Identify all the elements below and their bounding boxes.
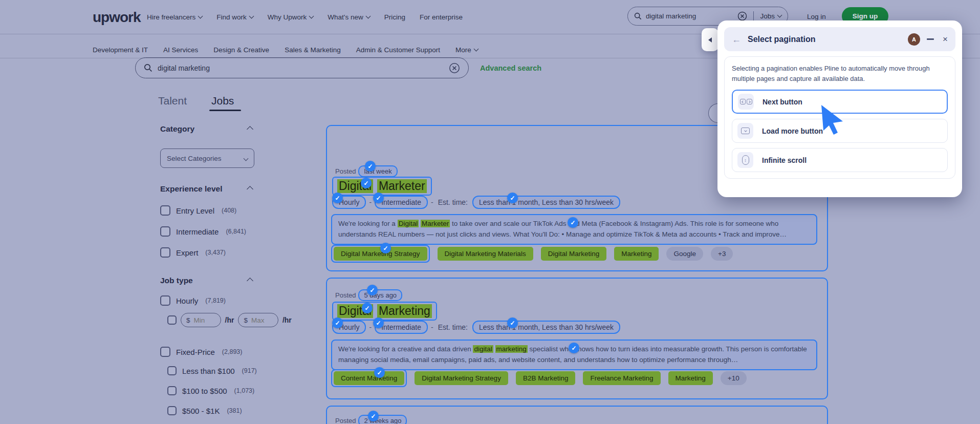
login-link[interactable]: Log in [807,13,826,20]
selected-check-icon [373,193,384,203]
panel-collapse-tab[interactable] [702,28,718,51]
active-tab-underline [209,110,241,111]
checkbox[interactable] [160,226,170,237]
jobs-search-input[interactable] [158,64,403,72]
checkbox[interactable] [167,406,177,415]
nav-ai-services[interactable]: AI Services [163,46,198,54]
posted-date-pill[interactable]: 2 weeks ago [358,415,407,424]
upwork-logo[interactable]: upwork [93,9,141,26]
tab-talent[interactable]: Talent [158,95,187,107]
nav-for-enterprise[interactable]: For enterprise [420,13,463,21]
duration-pill[interactable]: Less than 1 month, Less than 30 hrs/week [472,321,620,334]
filter-option-100-500: $100 to $500 (1,073) [167,386,254,395]
cursor-pointer-icon [819,104,846,138]
option-infinite-scroll[interactable]: ↕ Infinite scroll [732,148,948,172]
checkbox[interactable] [160,347,170,357]
job-tag[interactable]: B2B Marketing [516,371,576,385]
search-scope-dropdown[interactable]: Jobs [760,12,781,20]
job-title[interactable]: Digital Marketer [332,177,432,196]
checkbox[interactable] [167,366,177,375]
selected-check-icon [374,367,385,378]
job-tags-row: Content Marketing Digital Marketing Stra… [331,369,747,387]
selected-check-icon [365,161,376,172]
selected-check-icon [507,193,518,203]
filter-option-hourly: Hourly (7,819) [160,295,226,306]
currency-symbol: $ [244,316,248,324]
job-tag[interactable]: +10 [721,371,747,385]
filter-option-less-100: Less than $100 (917) [167,366,257,375]
infinite-scroll-icon: ↕ [737,152,753,168]
chevron-down-icon [473,46,478,51]
advanced-search-link[interactable]: Advanced search [480,64,541,72]
nav-whats-new[interactable]: What's new [328,13,369,21]
checkbox[interactable] [160,295,170,306]
job-tag[interactable]: Digital Marketing Strategy [415,371,508,385]
filter-category-heading[interactable]: Category [160,124,252,134]
next-button-icon [738,94,754,110]
posted-date-pill[interactable]: last week [358,165,397,177]
checkbox[interactable] [167,315,177,325]
selected-check-icon [507,317,518,328]
selected-tag-wrapper[interactable]: Content Marketing [331,369,407,387]
job-tag[interactable]: Digital Marketing [541,247,607,261]
nav-more[interactable]: More [455,46,478,54]
selected-check-icon [332,317,343,328]
collapse-left-icon [708,37,712,43]
job-tag[interactable]: Freelance Marketing [583,371,660,385]
job-tag[interactable]: Marketing [668,371,713,385]
duration-pill[interactable]: Less than 1 month, Less than 30 hrs/week [472,196,620,209]
min-rate-field[interactable]: $ [181,313,221,327]
nav-find-work[interactable]: Find work [216,13,253,21]
clear-search-icon[interactable] [449,62,460,74]
search-divider [753,11,754,22]
minimize-icon[interactable] [927,38,934,40]
chevron-down-icon [198,14,203,19]
checkbox[interactable] [167,386,177,395]
avatar[interactable]: A [908,33,920,46]
clear-search-icon[interactable] [737,11,747,21]
selected-check-icon [380,243,391,253]
main-nav: Hire freelancers Find work Why Upwork Wh… [147,0,463,34]
max-rate-field[interactable]: $ [238,313,278,327]
nav-sales-marketing[interactable]: Sales & Marketing [285,46,341,54]
nav-admin-support[interactable]: Admin & Customer Support [356,46,440,54]
nav-design-creative[interactable]: Design & Creative [213,46,269,54]
job-tag[interactable]: Marketing [614,247,659,261]
jobs-search-bar[interactable] [135,57,469,78]
filter-option-intermediate: Intermediate (6,841) [160,226,246,237]
close-icon[interactable]: × [943,35,948,44]
max-rate-input[interactable] [251,316,273,324]
filter-experience-heading[interactable]: Experience level [160,184,252,194]
job-title[interactable]: Digital Marketing [332,302,437,321]
header-search-input[interactable] [646,12,723,20]
panel-description: Selecting a pagination enables Pline to … [732,63,948,83]
tab-jobs[interactable]: Jobs [211,95,234,107]
nav-hire-freelancers[interactable]: Hire freelancers [147,13,202,21]
checkbox[interactable] [160,205,170,216]
back-arrow-icon[interactable]: ← [732,35,741,44]
job-tag[interactable]: Google [666,247,703,261]
nav-why-upwork[interactable]: Why Upwork [268,13,314,21]
currency-symbol: $ [186,316,190,324]
search-icon [634,12,642,20]
upwork-page: upwork Hire freelancers Find work Why Up… [0,0,980,424]
min-rate-input[interactable] [194,316,215,324]
posted-date-pill[interactable]: 5 days ago [358,289,402,301]
filter-job-type-heading[interactable]: Job type [160,276,252,285]
selected-check-icon [332,193,343,203]
job-tag[interactable]: Content Marketing [334,371,404,385]
job-tag[interactable]: Digital Marketing Materials [438,247,533,261]
filter-option-fixed-price: Fixed-Price (2,893) [160,347,242,357]
filter-option-expert: Expert (3,437) [160,247,226,258]
job-tags-row: Digital Marketing Strategy Digital Marke… [331,245,733,263]
job-tag[interactable]: +3 [711,247,733,261]
load-more-icon [737,123,753,139]
checkbox[interactable] [160,247,170,258]
nav-pricing[interactable]: Pricing [384,13,405,21]
chevron-up-icon [247,278,253,284]
job-card[interactable]: Posted 5 days ago Digital Marketing Hour… [326,278,828,399]
select-categories-dropdown[interactable]: Select Categories [160,149,254,168]
chevron-up-icon [247,186,253,193]
nav-development-it[interactable]: Development & IT [93,46,148,54]
job-card[interactable]: Posted 2 weeks ago [326,406,828,424]
